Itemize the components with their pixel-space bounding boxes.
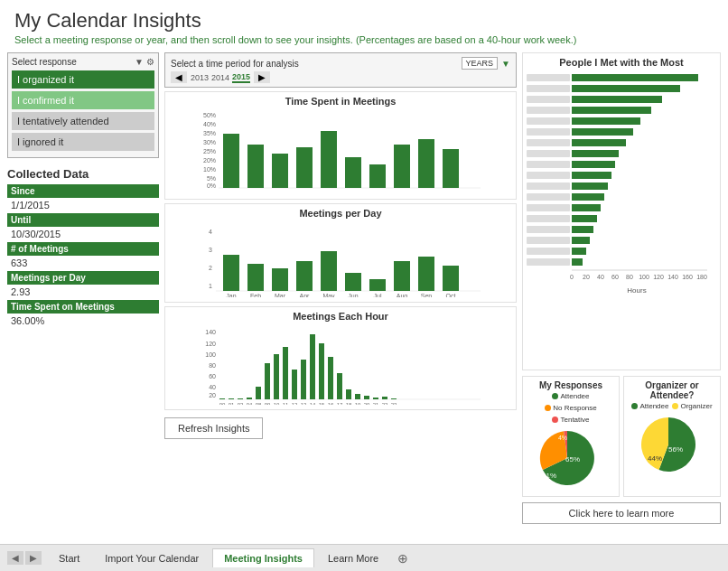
meh-svg: 140 120 100 80 60 40 20	[169, 323, 512, 405]
svg-rect-38	[247, 264, 264, 291]
svg-rect-139	[572, 248, 586, 255]
svg-rect-112	[527, 107, 570, 114]
svg-rect-67	[238, 398, 243, 399]
page-subtitle: Select a meeting response or year, and t…	[14, 34, 714, 45]
right-panel: People I Met with the Most	[522, 52, 721, 524]
main-content: Select response ▼ ⚙ I organized it I con…	[0, 49, 728, 528]
tab-meeting-insights[interactable]: Meeting Insights	[212, 548, 314, 567]
mpd-svg: 4 3 2 1 Jan Feb Mar Apr May Jun Jul	[169, 220, 512, 297]
time-nav-prev[interactable]: ◀	[171, 71, 187, 83]
collected-data: Collected Data Since 1/1/2015 Until 10/3…	[7, 167, 159, 329]
svg-text:100: 100	[639, 274, 649, 280]
svg-text:Oct: Oct	[446, 293, 456, 297]
svg-text:01: 01	[229, 402, 235, 405]
attendee2-dot	[631, 403, 638, 409]
time-spent-svg: 50% 40% 35% 30% 25% 20% 10% 5% 0% Jan Fe…	[169, 108, 512, 190]
svg-rect-75	[310, 334, 315, 399]
svg-text:0: 0	[570, 274, 574, 280]
svg-rect-136	[527, 237, 570, 244]
filter-icons: ▼ ⚙	[135, 57, 154, 67]
svg-rect-118	[527, 139, 570, 146]
svg-text:17: 17	[337, 402, 343, 405]
response-btn-ignored[interactable]: I ignored it	[12, 133, 154, 151]
svg-text:180: 180	[696, 274, 707, 280]
svg-rect-76	[319, 343, 324, 399]
filter-icon-ts[interactable]: ▼	[501, 59, 510, 69]
svg-rect-119	[572, 139, 626, 146]
tab-learn-more[interactable]: Learn More	[316, 548, 390, 568]
svg-rect-14	[272, 154, 288, 188]
svg-rect-70	[265, 363, 270, 399]
svg-rect-116	[527, 128, 570, 136]
svg-rect-134	[527, 226, 570, 233]
response-btn-tentative[interactable]: I tentatively attended	[12, 112, 154, 130]
collected-data-title: Collected Data	[7, 167, 159, 181]
svg-text:18: 18	[346, 402, 352, 405]
response-btn-confirmed[interactable]: I confirmed it	[12, 91, 154, 109]
settings-icon[interactable]: ⚙	[146, 57, 154, 67]
svg-rect-83	[382, 397, 387, 399]
svg-rect-65	[219, 398, 225, 399]
svg-rect-126	[527, 183, 570, 190]
time-spent-title: Time Spent in Meetings	[169, 96, 512, 107]
time-selector-label: Select a time period for analysis	[171, 59, 299, 69]
no-response-dot	[545, 405, 551, 411]
label-meetings: # of Meetings	[7, 242, 159, 256]
svg-text:May: May	[322, 293, 335, 297]
year-2014[interactable]: 2014	[211, 73, 229, 82]
tab-import[interactable]: Import Your Calendar	[93, 548, 210, 568]
svg-text:0%: 0%	[207, 183, 216, 189]
svg-rect-133	[572, 215, 597, 222]
svg-rect-113	[572, 107, 651, 114]
value-time-spent: 36.00%	[7, 314, 159, 329]
svg-rect-42	[296, 261, 313, 291]
svg-rect-137	[572, 237, 590, 244]
nav-arrow-right[interactable]: ▶	[25, 551, 42, 565]
svg-text:21: 21	[373, 402, 379, 405]
my-responses-pie: 65% 31% 4%	[527, 426, 608, 490]
svg-text:1: 1	[209, 283, 212, 289]
svg-text:35%: 35%	[203, 130, 216, 136]
value-until: 10/30/2015	[7, 228, 159, 242]
svg-rect-130	[527, 204, 570, 211]
svg-text:23: 23	[391, 402, 397, 405]
svg-text:40: 40	[597, 274, 604, 280]
svg-text:3: 3	[209, 247, 212, 253]
svg-rect-48	[369, 279, 386, 291]
svg-rect-140	[527, 258, 570, 266]
svg-text:31%: 31%	[542, 472, 556, 480]
svg-rect-127	[572, 183, 608, 190]
refresh-btn[interactable]: Refresh Insights	[164, 417, 263, 439]
svg-rect-71	[274, 354, 279, 399]
svg-rect-66	[229, 398, 234, 399]
year-2013[interactable]: 2013	[191, 73, 209, 82]
time-selector-header: Select a time period for analysis YEARS …	[171, 57, 510, 70]
response-btn-organized[interactable]: I organized it	[12, 70, 154, 89]
svg-text:Jan: Jan	[226, 293, 236, 297]
svg-rect-108	[527, 85, 570, 92]
svg-text:60: 60	[611, 274, 619, 280]
time-nav: ◀ 2013 2014 2015 ▶	[171, 71, 510, 83]
svg-text:16: 16	[328, 402, 334, 405]
svg-text:20: 20	[364, 402, 370, 405]
svg-text:120: 120	[653, 274, 664, 280]
organizer-dot	[672, 403, 678, 409]
left-panel: Select response ▼ ⚙ I organized it I con…	[7, 52, 159, 524]
year-2015[interactable]: 2015	[232, 72, 250, 83]
learn-more-btn[interactable]: Click here to learn more	[522, 502, 721, 524]
year-pills: 2013 2014 2015	[191, 72, 250, 83]
svg-text:50%: 50%	[203, 112, 216, 118]
page-title: My Calendar Insights	[14, 9, 714, 33]
nav-arrows: ◀ ▶	[7, 551, 42, 565]
nav-arrow-left[interactable]: ◀	[7, 551, 23, 565]
filter-icon[interactable]: ▼	[135, 57, 144, 67]
svg-rect-44	[321, 251, 337, 291]
time-nav-next[interactable]: ▶	[254, 71, 270, 83]
pie-charts-row: My Responses Attendee No Response Tentat…	[522, 376, 721, 497]
svg-rect-111	[572, 96, 662, 103]
meetings-per-day-title: Meetings per Day	[169, 208, 512, 219]
people-chart-box: People I Met with the Most	[522, 52, 721, 370]
tab-start[interactable]: Start	[47, 548, 91, 568]
my-responses-title: My Responses	[527, 380, 615, 390]
tab-add-btn[interactable]: ⊕	[392, 549, 414, 567]
